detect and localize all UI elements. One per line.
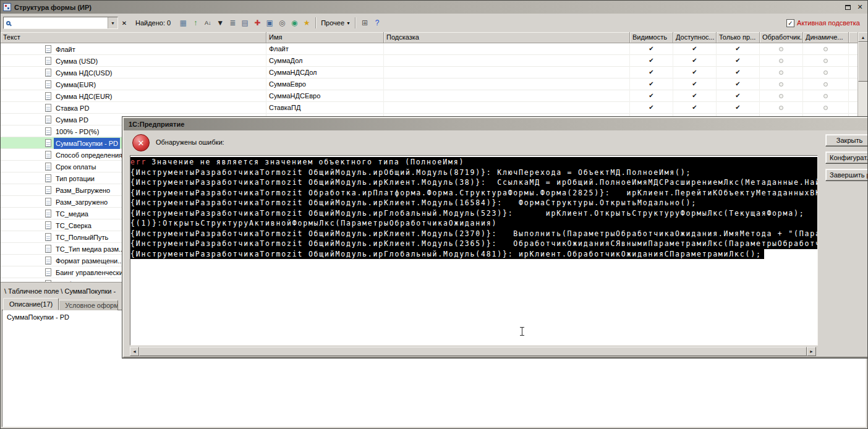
error-text-field[interactable]: errЗначение не является значением объект… [130, 155, 818, 346]
document-icon [45, 174, 51, 182]
document-icon [45, 127, 51, 135]
scroll-right-icon[interactable]: ► [807, 347, 816, 356]
column-header[interactable]: Подсказка [384, 32, 630, 43]
window-button[interactable]: ▣ [264, 17, 275, 29]
clear-search-button[interactable]: ✕ [119, 17, 130, 29]
toolbar-separator [315, 17, 317, 28]
edit-form-button[interactable]: ▦ [177, 17, 189, 29]
radio-icon [823, 94, 828, 98]
column-header[interactable]: Динамиче... [803, 32, 849, 43]
move-up-icon: ↑ [194, 19, 197, 27]
highlight-button[interactable]: ★ [301, 17, 312, 29]
cell-handlers [760, 67, 803, 79]
table-row[interactable]: Сумма(EUR)СуммаЕвро✔✔✔ [1, 79, 859, 90]
cell-readonly: ✔ [717, 67, 760, 79]
highlight-icon: ★ [304, 19, 310, 27]
row-label: Сумма НДС(EUR) [54, 91, 114, 102]
outline-levels-button[interactable]: ≣ [227, 17, 238, 29]
search-doc-icon: ◎ [279, 19, 285, 27]
structure-icon: ⊞ [362, 19, 368, 27]
column-header[interactable]: Текст [1, 32, 266, 43]
found-count-label: Найдено: 0 [135, 19, 171, 27]
radio-icon [779, 47, 783, 51]
move-up-button[interactable]: ↑ [190, 17, 201, 29]
search-combo: ▼ [3, 17, 118, 29]
active-highlight-control: ✓ Активная подсветка [786, 19, 860, 27]
cell-visibility: ✔ [630, 67, 673, 79]
cell-handlers [760, 55, 803, 67]
search-icon [6, 21, 11, 25]
add-item-button[interactable]: ✚ [252, 17, 263, 29]
row-label: СуммаПокупки - PD [54, 138, 120, 149]
row-label: Ставка PD [54, 103, 91, 114]
column-header[interactable]: Только пр... [717, 32, 760, 43]
row-label: ТС_Сверка [54, 220, 93, 231]
check-icon: ✔ [735, 104, 740, 111]
check-icon: ✔ [649, 104, 653, 111]
table-row[interactable]: ФлайтФлайт✔✔✔ [1, 43, 859, 55]
column-header[interactable]: Обработчик... [760, 32, 803, 43]
check-icon: ✔ [649, 92, 653, 99]
radio-icon [779, 106, 783, 110]
console-line: {ИнструментыРазработчикаTormozit ОбщийМо… [130, 239, 817, 249]
app-window: Структура формы (ИР) ✕ ▼ ✕ Найдено: 0 ▦↑… [0, 0, 868, 429]
table-row[interactable]: Сумма НДС(USD)СуммаНДСДол✔✔✔ [1, 67, 859, 79]
cell-tooltip [384, 79, 630, 90]
row-label: Разм_загружено [54, 197, 109, 208]
add-item-icon: ✚ [254, 19, 260, 27]
cell-tooltip [384, 102, 630, 114]
search-input[interactable] [11, 18, 108, 28]
form-icon: ▤ [242, 19, 249, 27]
document-icon [45, 116, 51, 124]
configurator-button[interactable]: Конфигурат... [825, 151, 868, 164]
close-dialog-button[interactable]: Закрыть [825, 134, 868, 147]
document-icon [45, 57, 51, 65]
active-highlight-checkbox[interactable]: ✓ [786, 19, 794, 27]
dialog-horizontal-scrollbar[interactable]: ◄ ► [130, 347, 816, 356]
more-button[interactable]: Прочее▼ [320, 17, 352, 29]
tab-conditional-formatting[interactable]: Условное оформ [59, 300, 118, 310]
console-line: {ИнструментыРазработчикаTormozit ОбщийМо… [130, 198, 817, 208]
cell-enabled: ✔ [673, 43, 717, 55]
table-row[interactable]: Ставка PDСтавкаПД✔✔✔ [1, 102, 859, 114]
radio-icon [823, 59, 828, 63]
sort-dropdown-button[interactable]: ▼ [215, 17, 226, 29]
scroll-thumb[interactable] [139, 347, 807, 356]
check-icon: ✔ [692, 104, 697, 111]
help-button[interactable]: ? [372, 17, 383, 29]
metadata-button[interactable]: ◉ [289, 17, 300, 29]
table-row[interactable]: Сумма (USD)СуммаДол✔✔✔ [1, 55, 859, 67]
check-icon: ✔ [692, 45, 697, 52]
scroll-left-icon[interactable]: ◄ [130, 347, 139, 356]
sort-az-button[interactable]: A↓ [202, 17, 213, 29]
document-icon [45, 233, 51, 241]
chevron-down-icon: ▼ [346, 21, 351, 25]
window-icon: ▣ [266, 19, 273, 27]
document-icon [45, 104, 51, 112]
dialog-titlebar: 1С:Предприятие [124, 118, 867, 130]
exit-button[interactable]: Завершить ра... [825, 169, 868, 181]
tab-description[interactable]: Описание(17) [3, 298, 59, 310]
column-header[interactable]: Доступнос... [673, 32, 717, 43]
table-row[interactable]: Сумма НДС(EUR)СуммаНДСЕвро✔✔✔ [1, 90, 859, 102]
column-header[interactable]: Видимость [630, 32, 673, 43]
structure-button[interactable]: ⊞ [359, 17, 370, 29]
form-button[interactable]: ▤ [239, 17, 250, 29]
document-icon [45, 210, 51, 218]
check-icon: ✔ [735, 69, 740, 75]
close-button[interactable]: ✕ [855, 3, 865, 12]
scroll-up-icon[interactable]: ▲ [858, 32, 868, 42]
cell-readonly: ✔ [717, 79, 760, 90]
cell-name: Флайт [266, 43, 384, 55]
cell-dynamic [803, 55, 849, 67]
maximize-button[interactable] [843, 3, 853, 12]
search-dropdown-button[interactable]: ▼ [108, 17, 117, 28]
check-icon: ✔ [649, 80, 653, 87]
cell-name: СуммаЕвро [266, 79, 384, 90]
document-icon [45, 163, 51, 171]
cell-dynamic [803, 43, 849, 55]
column-header[interactable]: Имя [266, 32, 384, 43]
scroll-thumb[interactable] [858, 42, 868, 82]
sort-az-icon: A↓ [205, 20, 211, 26]
search-doc-button[interactable]: ◎ [276, 17, 287, 29]
